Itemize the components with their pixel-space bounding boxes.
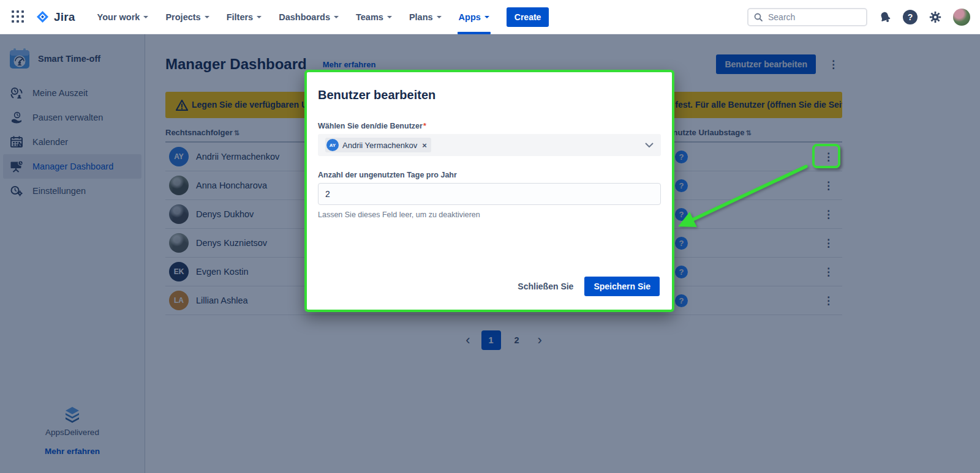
modal-title: Benutzer bearbeiten [318,88,661,102]
chevron-down-icon [334,16,339,21]
notifications-bell-icon[interactable] [878,10,892,24]
days-input[interactable] [318,183,661,205]
chevron-down-icon [437,16,442,21]
chevron-down-icon [484,16,489,21]
chevron-down-icon [257,16,262,21]
modal-actions: Schließen Sie Speichern Sie [510,277,660,296]
nav-projects[interactable]: Projects [159,0,215,34]
annotation-arrow [662,158,821,237]
chevron-down-icon [143,16,148,21]
search-icon [753,12,763,22]
settings-gear-icon[interactable] [929,10,942,24]
chevron-down-icon [645,143,654,147]
user-select[interactable]: AY Andrii Yermachenkov × [318,134,661,156]
nav-your-work[interactable]: Your work [91,0,155,34]
search-box[interactable] [747,8,867,26]
chip-avatar: AY [326,139,339,151]
nav-apps[interactable]: Apps [453,0,496,34]
jira-page: Jira Your work Projects Filters Dashboar… [0,0,980,473]
chip-remove-icon[interactable]: × [422,141,427,150]
top-navigation: Jira Your work Projects Filters Dashboar… [0,0,980,34]
help-icon[interactable]: ? [903,10,918,24]
jira-logo[interactable]: Jira [36,10,75,24]
search-input[interactable] [768,12,854,22]
days-input-label: Anzahl der ungenutzten Tage pro Jahr [318,171,661,179]
create-button[interactable]: Create [507,7,549,27]
user-select-label: Wählen Sie den/die Benutzer* [318,122,661,130]
chip-user-name: Andrii Yermachenkov [342,141,417,150]
chevron-down-icon [387,16,392,21]
app-switcher-icon[interactable] [11,10,26,24]
selected-user-chip: AY Andrii Yermachenkov × [325,138,431,152]
edit-user-modal: Benutzer bearbeiten Wählen Sie den/die B… [304,70,674,312]
save-button[interactable]: Speichern Sie [584,277,660,296]
nav-dashboards[interactable]: Dashboards [273,0,345,34]
required-marker: * [423,122,426,130]
nav-right-cluster: ? [747,0,970,34]
close-button[interactable]: Schließen Sie [510,277,581,296]
main-nav: Your work Projects Filters Dashboards Te… [91,0,549,34]
nav-teams[interactable]: Teams [350,0,398,34]
user-avatar[interactable] [953,9,970,26]
nav-filters[interactable]: Filters [221,0,268,34]
jira-logo-icon [36,10,50,24]
jira-logo-text: Jira [54,10,75,24]
days-input-helper: Lassen Sie dieses Feld leer, um zu deakt… [318,210,661,219]
chevron-down-icon [205,16,209,21]
nav-plans[interactable]: Plans [403,0,448,34]
